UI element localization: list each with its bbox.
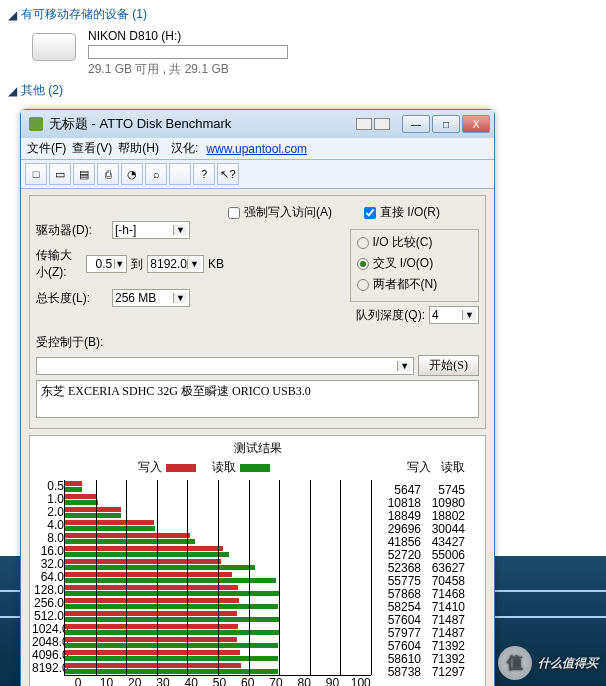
menubar: 文件(F) 查看(V) 帮助(H) 汉化: www.upantool.com [21,138,494,160]
device-size: 29.1 GB 可用 , 共 29.1 GB [88,61,288,78]
drive-combo[interactable]: [-h-]▼ [112,221,190,239]
category-other[interactable]: ◢其他 (2) [8,80,598,101]
length-combo[interactable]: 256 MB▼ [112,289,190,307]
toolbar: □ ▭ ▤ ⎙ ◔ ⌕ ? ↖? [21,160,494,189]
explorer-panel: ◢有可移动存储的设备 (1) NIKON D810 (H:) 29.1 GB 可… [0,0,606,105]
window-title: 无标题 - ATTO Disk Benchmark [49,115,350,133]
controlled-combo[interactable]: ▼ [36,357,414,375]
app-icon [29,117,43,131]
atto-window: 无标题 - ATTO Disk Benchmark — □ X 文件(F) 查看… [20,109,495,686]
size-to-combo[interactable]: 8192.0▼ [147,255,204,273]
bar-area [64,480,371,676]
print-icon[interactable]: ⎙ [97,163,119,185]
drive-icon [32,33,76,61]
io-compare-radio[interactable] [357,237,369,249]
overlap-radio[interactable] [357,258,369,270]
neither-radio[interactable] [357,279,369,291]
titlebar[interactable]: 无标题 - ATTO Disk Benchmark — □ X [21,110,494,138]
credit-link[interactable]: www.upantool.com [206,142,307,156]
size-label: 传输大小(Z): [36,247,82,281]
settings-panel: 驱动器(D): [-h-]▼ 传输大小(Z): 0.5▼ 到 8192.0▼ K… [29,195,486,429]
write-swatch-icon [166,464,196,472]
menu-help[interactable]: 帮助(H) [118,140,159,157]
clock-icon[interactable]: ◔ [121,163,143,185]
x-axis-ticks: 0102030405060708090100 [64,676,375,686]
y-axis-labels: 0.51.02.04.08.016.032.064.0128.0256.0512… [32,480,64,676]
force-write-label: 强制写入访问(A) [244,204,332,221]
triangle-down-icon: ◢ [8,84,17,98]
queue-combo[interactable]: 4▼ [429,306,479,324]
legend-read: 读取 [212,460,236,474]
zoom-icon[interactable]: ⌕ [145,163,167,185]
device-name: NIKON D810 (H:) [88,29,288,43]
save-icon[interactable]: ▤ [73,163,95,185]
queue-label: 队列深度(Q): [356,307,425,324]
title-extra-icons [356,118,390,130]
unit-label: KB [208,257,224,271]
values-table: 写入读取 56475745108181098018849188022969630… [375,459,483,686]
read-swatch-icon [240,464,270,472]
drive-label: 驱动器(D): [36,222,108,239]
triangle-down-icon: ◢ [8,8,17,22]
results-panel: 测试结果 写入 读取 0.51.02.04.08.016.032.064.012… [29,435,486,686]
watermark: 值 什么值得买 [498,646,598,680]
blank-icon[interactable] [169,163,191,185]
direct-io-check[interactable] [364,207,376,219]
legend-write: 写入 [138,460,162,474]
close-button[interactable]: X [462,115,490,133]
length-label: 总长度(L): [36,290,108,307]
description-box[interactable]: 东芝 EXCERIA SDHC 32G 极至瞬速 ORICO USB3.0 [36,380,479,418]
start-button[interactable]: 开始(S) [418,355,479,376]
category-removable[interactable]: ◢有可移动存储的设备 (1) [8,4,598,25]
device-row[interactable]: NIKON D810 (H:) 29.1 GB 可用 , 共 29.1 GB [8,25,598,80]
menu-file[interactable]: 文件(F) [27,140,66,157]
force-write-check[interactable] [228,207,240,219]
whatsthis-icon[interactable]: ↖? [217,163,239,185]
watermark-icon: 值 [498,646,532,680]
new-icon[interactable]: □ [25,163,47,185]
to-label: 到 [131,256,143,273]
direct-io-label: 直接 I/O(R) [380,204,440,221]
open-icon[interactable]: ▭ [49,163,71,185]
category-label: 其他 (2) [21,82,63,99]
controlled-label: 受控制于(B): [36,334,103,351]
results-title: 测试结果 [32,440,483,457]
credit-label: 汉化: [171,140,198,157]
chart: 写入 读取 0.51.02.04.08.016.032.064.0128.025… [32,459,483,686]
maximize-button[interactable]: □ [432,115,460,133]
menu-view[interactable]: 查看(V) [72,140,112,157]
io-mode-group: I/O 比较(C) 交叉 I/O(O) 两者都不(N) [350,229,480,302]
capacity-bar [88,45,288,59]
size-from-combo[interactable]: 0.5▼ [86,255,127,273]
category-label: 有可移动存储的设备 (1) [21,6,147,23]
minimize-button[interactable]: — [402,115,430,133]
help-icon[interactable]: ? [193,163,215,185]
